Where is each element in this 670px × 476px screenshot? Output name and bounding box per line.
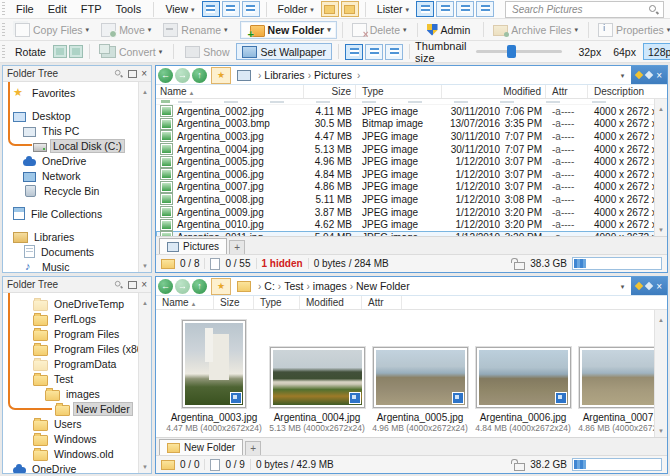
lister-mode-4-button[interactable] [476, 1, 494, 17]
tree-item[interactable]: Local Disk (C:) [3, 138, 139, 153]
file-row[interactable]: Argentina_0008.jpg 5.11 MB JPEG image 1/… [156, 193, 667, 206]
tree-item[interactable]: Desktop [3, 108, 139, 123]
scroll-up-icon[interactable] [142, 84, 148, 96]
show-button[interactable]: Show [180, 45, 234, 59]
address-dropdown-icon[interactable] [616, 72, 630, 79]
toolbar-button[interactable]: New Folder ▾ [240, 21, 337, 39]
scroll-down-icon[interactable] [658, 423, 664, 435]
back-button[interactable] [158, 279, 173, 294]
thumbnail-item[interactable]: Argentina_0005.jpg 4.96 MB (4000x2672x24… [372, 314, 468, 433]
scrollbar[interactable] [138, 82, 151, 272]
toolbar-button[interactable]: Admin [417, 23, 479, 37]
toolbar-button[interactable]: Rename ▾ [158, 22, 232, 38]
new-tab-button[interactable] [229, 240, 245, 254]
tree-item[interactable]: OneDriveTemp [3, 296, 139, 311]
panel-search-icon[interactable] [114, 69, 123, 78]
menu-item[interactable]: Tools [108, 1, 148, 17]
tree-item[interactable]: Test [3, 371, 139, 386]
lister-mode-2-button[interactable] [436, 1, 454, 17]
forward-button[interactable] [175, 68, 190, 83]
column-header-description[interactable]: Description [588, 85, 655, 98]
toolbar-button[interactable]: Archive Files ▾ [483, 22, 583, 37]
file-row[interactable]: Argentina_0011.jpg 5.04 MB JPEG image 1/… [156, 231, 667, 236]
new-tab-button[interactable] [245, 441, 261, 455]
close-icon[interactable] [141, 279, 147, 290]
thumb-view-1-button[interactable] [345, 44, 363, 60]
column-header-size[interactable]: Size [304, 85, 356, 98]
menu-item[interactable]: Edit [41, 1, 74, 17]
scroll-down-icon[interactable] [142, 258, 148, 270]
column-header-type[interactable]: Type [254, 296, 300, 309]
view-menu-button[interactable]: View [160, 2, 199, 16]
tree-item[interactable]: This PC [3, 123, 139, 138]
address-dropdown-icon[interactable] [616, 283, 630, 290]
lister-mode-3-button[interactable] [456, 1, 474, 17]
panel-search-icon[interactable] [114, 280, 123, 289]
rotate-left-icon[interactable] [53, 45, 67, 58]
file-row[interactable]: Argentina_0009.jpg 3.87 MB JPEG image 1/… [156, 206, 667, 219]
breadcrumb-segment[interactable]: Test [275, 280, 304, 292]
column-header-size[interactable]: Size [214, 296, 254, 309]
column-header-modified[interactable]: Modified [300, 296, 362, 309]
tree-item[interactable]: Recycle Bin [3, 183, 139, 198]
column-header-attr[interactable]: Attr [362, 296, 402, 309]
rotate-right-icon[interactable] [69, 45, 83, 58]
tree-item[interactable]: Favorites [3, 85, 139, 100]
folder-menu-button[interactable]: Folder [273, 2, 319, 16]
view-mode-3-button[interactable] [242, 1, 260, 17]
column-header-type[interactable]: Type [356, 85, 442, 98]
breadcrumb-segment[interactable]: New Folder [347, 280, 410, 292]
file-row[interactable]: Argentina_0005.jpg 4.96 MB JPEG image 1/… [156, 155, 667, 168]
tab-new-folder[interactable]: New Folder [159, 439, 243, 455]
tree-item[interactable]: OneDrive [3, 461, 139, 473]
thumbnail-size-slider[interactable] [476, 50, 562, 53]
scrollbar[interactable] [654, 99, 667, 236]
rotate-button[interactable]: Rotate [10, 45, 51, 59]
scroll-down-icon[interactable] [142, 459, 148, 471]
menu-item[interactable]: FTP [74, 1, 109, 17]
tree-item[interactable]: New Folder [3, 401, 139, 416]
tree-item[interactable]: File Collections [3, 206, 139, 221]
breadcrumb-segment[interactable]: Libraries [255, 69, 305, 81]
thumb-size-button[interactable]: 128px [643, 43, 670, 60]
breadcrumb-segment[interactable]: C: [255, 280, 275, 292]
view-mode-2-button[interactable] [222, 1, 240, 17]
scroll-up-icon[interactable] [658, 101, 664, 113]
lister-mode-1-button[interactable] [416, 1, 434, 17]
up-button[interactable] [192, 68, 207, 83]
file-row[interactable]: Argentina_0010.jpg 4.62 MB JPEG image 1/… [156, 218, 667, 231]
close-icon[interactable] [141, 68, 147, 79]
forward-button[interactable] [175, 279, 190, 294]
tree-item[interactable]: Windows [3, 431, 139, 446]
favorites-button[interactable] [211, 67, 231, 84]
view-mode-1-button[interactable] [202, 1, 220, 17]
pane-float-icon[interactable] [645, 71, 653, 79]
column-header-name[interactable]: Name [156, 296, 214, 309]
back-button[interactable] [158, 68, 173, 83]
search-input[interactable] [510, 3, 648, 16]
breadcrumb-segment[interactable]: Pictures [305, 69, 352, 81]
file-row[interactable]: Argentina_0003.bmp 30.5 MB Bitmap image … [156, 118, 667, 131]
file-row[interactable]: Argentina_0006.jpg 4.84 MB JPEG image 1/… [156, 168, 667, 181]
tree-item[interactable]: Music [3, 259, 139, 272]
tab-pictures[interactable]: Pictures [159, 238, 227, 254]
tree-item[interactable]: Network [3, 168, 139, 183]
panel-float-icon[interactable] [128, 281, 137, 289]
tree-item[interactable]: Windows.old [3, 446, 139, 461]
thumbnail-item[interactable]: Argentina_0006.jpg 4.84 MB (4000x2672x24… [475, 314, 571, 433]
file-row[interactable]: Argentina_0002.jpg 4.11 MB JPEG image 30… [156, 105, 667, 118]
column-header-name[interactable]: Name [156, 85, 304, 98]
thumbnail-item[interactable]: Argentina_0004.jpg 5.13 MB (4000x2672x24… [269, 314, 365, 433]
column-header-attr[interactable]: Attr [546, 85, 588, 98]
thumb-view-2-button[interactable] [365, 44, 383, 60]
pane-float-icon[interactable] [645, 282, 653, 290]
menu-item[interactable]: File [9, 1, 41, 17]
tree-item[interactable]: Program Files [3, 326, 139, 341]
panel-float-icon[interactable] [128, 70, 137, 78]
scroll-up-icon[interactable] [658, 312, 664, 324]
thumbnail-item[interactable]: Argentina_0003.jpg 4.47 MB (4000x2672x24… [166, 314, 262, 433]
search-box[interactable] [505, 1, 664, 18]
toolbar-button[interactable]: Properties ▾ [588, 22, 670, 38]
thumb-view-3-button[interactable] [385, 44, 403, 60]
toolbar-grip[interactable] [2, 2, 5, 16]
